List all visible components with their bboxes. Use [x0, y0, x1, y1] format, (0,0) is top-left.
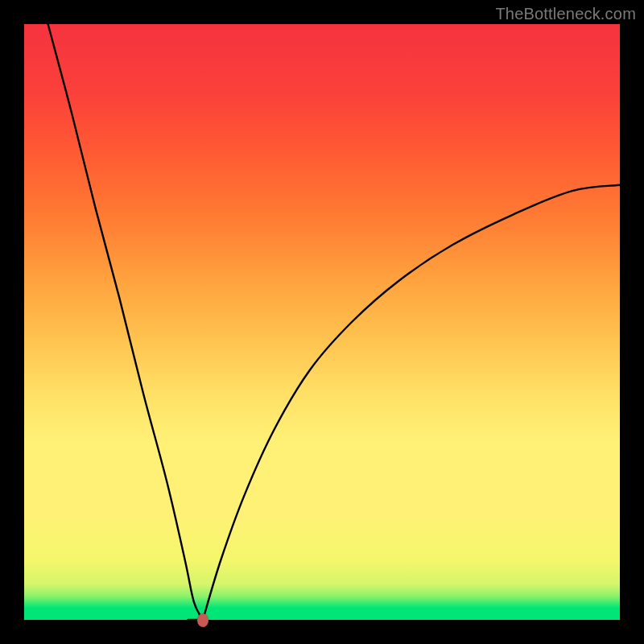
curve-right-branch: [203, 185, 620, 620]
chart-frame: TheBottleneck.com: [0, 0, 644, 644]
minimum-marker: [197, 613, 208, 627]
plot-area: [24, 24, 620, 620]
watermark-text: TheBottleneck.com: [495, 5, 636, 23]
curve-left-branch: [48, 24, 203, 620]
bottleneck-curve: [24, 24, 620, 620]
